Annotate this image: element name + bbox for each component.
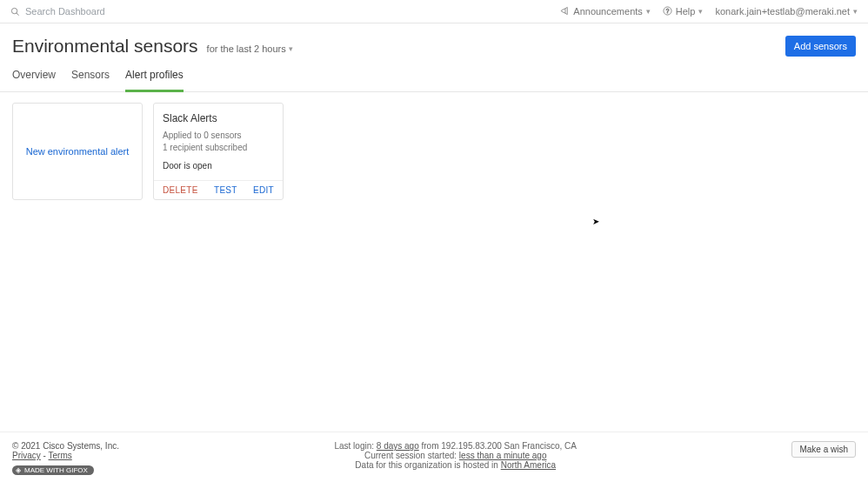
delete-button[interactable]: DELETE xyxy=(163,185,198,195)
cursor-icon: ➤ xyxy=(592,217,599,226)
tab-sensors[interactable]: Sensors xyxy=(71,64,110,91)
chevron-down-icon: ▾ xyxy=(853,7,858,16)
announcements-label: Announcements xyxy=(573,6,643,17)
chevron-down-icon: ▾ xyxy=(646,7,651,16)
search-icon[interactable] xyxy=(10,7,20,17)
search-input[interactable]: Search Dashboard xyxy=(25,6,105,17)
gifox-label: MADE WITH GIFOX xyxy=(24,466,88,474)
alert-profile-condition: Door is open xyxy=(163,161,274,171)
alert-profile-applied: Applied to 0 sensors xyxy=(163,130,274,142)
alert-profile-recipients: 1 recipient subscribed xyxy=(163,142,274,154)
alert-profile-name: Slack Alerts xyxy=(163,112,274,124)
copyright: © 2021 Cisco Systems, Inc. xyxy=(12,441,119,451)
add-sensors-button[interactable]: Add sensors xyxy=(785,36,856,57)
user-email: konark.jain+testlab@meraki.net xyxy=(715,6,850,17)
hosted-prefix: Data for this organization is hosted in xyxy=(355,460,500,470)
last-login-suffix: from 192.195.83.200 San Francisco, CA xyxy=(419,441,577,451)
tabs: Overview Sensors Alert profiles xyxy=(0,64,868,92)
page-title: Environmental sensors xyxy=(12,36,198,57)
svg-point-0 xyxy=(11,8,17,13)
chevron-down-icon: ▾ xyxy=(289,44,293,53)
privacy-link[interactable]: Privacy xyxy=(12,451,41,460)
session-prefix: Current session started: xyxy=(364,451,459,460)
tab-alert-profiles[interactable]: Alert profiles xyxy=(125,64,184,92)
gifox-badge: ◈ MADE WITH GIFOX xyxy=(12,465,94,475)
page-header: Environmental sensors for the last 2 hou… xyxy=(0,23,868,64)
help-icon: ? xyxy=(663,6,672,17)
time-range-selector[interactable]: for the last 2 hours ▾ xyxy=(207,44,293,54)
megaphone-icon xyxy=(560,6,570,17)
gifox-icon: ◈ xyxy=(16,466,21,474)
footer: © 2021 Cisco Systems, Inc. Privacy - Ter… xyxy=(0,432,868,482)
chevron-down-icon: ▾ xyxy=(698,7,703,16)
session-link[interactable]: less than a minute ago xyxy=(459,451,547,460)
hosted-link[interactable]: North America xyxy=(501,460,556,470)
terms-link[interactable]: Terms xyxy=(49,451,72,460)
content-area: New environmental alert Slack Alerts App… xyxy=(0,92,868,211)
edit-button[interactable]: EDIT xyxy=(253,185,274,195)
last-login-link[interactable]: 8 days ago xyxy=(377,441,419,451)
test-button[interactable]: TEST xyxy=(214,185,237,195)
alert-profile-card[interactable]: Slack Alerts Applied to 0 sensors 1 reci… xyxy=(153,103,284,200)
new-alert-card[interactable]: New environmental alert xyxy=(12,103,143,200)
svg-text:?: ? xyxy=(666,7,670,13)
svg-line-1 xyxy=(17,12,19,15)
user-menu[interactable]: konark.jain+testlab@meraki.net ▾ xyxy=(715,6,858,17)
announcements-menu[interactable]: Announcements ▾ xyxy=(560,6,651,17)
time-range-label: for the last 2 hours xyxy=(207,44,286,54)
help-label: Help xyxy=(676,6,696,17)
topbar: Search Dashboard Announcements ▾ ? Help … xyxy=(0,0,868,23)
help-menu[interactable]: ? Help ▾ xyxy=(663,6,704,17)
new-environmental-alert-link[interactable]: New environmental alert xyxy=(26,146,130,157)
last-login-prefix: Last login: xyxy=(334,441,376,451)
make-a-wish-button[interactable]: Make a wish xyxy=(791,441,856,458)
tab-overview[interactable]: Overview xyxy=(12,64,56,91)
